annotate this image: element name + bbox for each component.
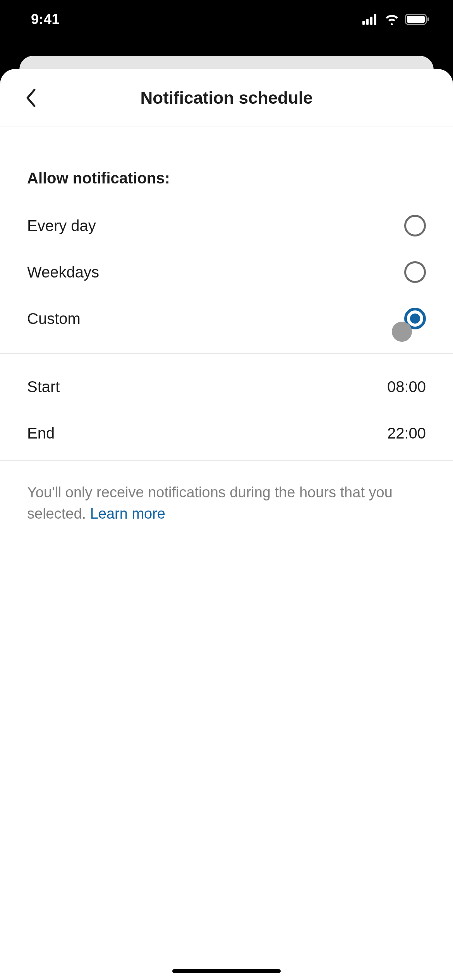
status-time: 9:41 (31, 11, 60, 27)
svg-rect-6 (427, 17, 429, 21)
svg-rect-5 (407, 16, 425, 23)
footer-text: You'll only receive notifications during… (27, 482, 426, 524)
main-sheet: Notification schedule Allow notification… (0, 69, 453, 980)
option-custom[interactable]: Custom (27, 295, 426, 342)
svg-rect-2 (370, 17, 372, 25)
section-heading: Allow notifications: (27, 170, 426, 187)
svg-rect-1 (366, 19, 369, 25)
footer-message: You'll only receive notifications during… (27, 484, 393, 522)
page-title: Notification schedule (141, 88, 313, 108)
radio-icon (404, 261, 426, 283)
home-indicator[interactable] (172, 969, 281, 973)
nav-header: Notification schedule (0, 69, 453, 127)
svg-rect-0 (362, 21, 365, 25)
radio-icon (404, 308, 426, 329)
start-value: 08:00 (387, 378, 426, 396)
chevron-left-icon (25, 88, 37, 108)
option-label: Weekdays (27, 264, 99, 281)
end-time-row[interactable]: End 22:00 (27, 410, 426, 456)
divider (0, 460, 453, 461)
option-weekdays[interactable]: Weekdays (27, 249, 426, 295)
back-button[interactable] (19, 86, 43, 110)
cellular-icon (362, 14, 379, 25)
end-label: End (27, 425, 55, 442)
divider (0, 353, 453, 354)
end-value: 22:00 (387, 425, 426, 442)
start-label: Start (27, 378, 60, 396)
radio-icon (404, 215, 426, 236)
option-label: Every day (27, 217, 96, 235)
battery-icon (405, 14, 430, 25)
learn-more-link[interactable]: Learn more (90, 505, 165, 522)
option-every-day[interactable]: Every day (27, 202, 426, 249)
svg-rect-3 (374, 14, 376, 25)
start-time-row[interactable]: Start 08:00 (27, 363, 426, 410)
status-bar: 9:41 (0, 0, 453, 39)
status-icons (362, 14, 430, 25)
wifi-icon (384, 14, 400, 25)
option-label: Custom (27, 310, 81, 327)
